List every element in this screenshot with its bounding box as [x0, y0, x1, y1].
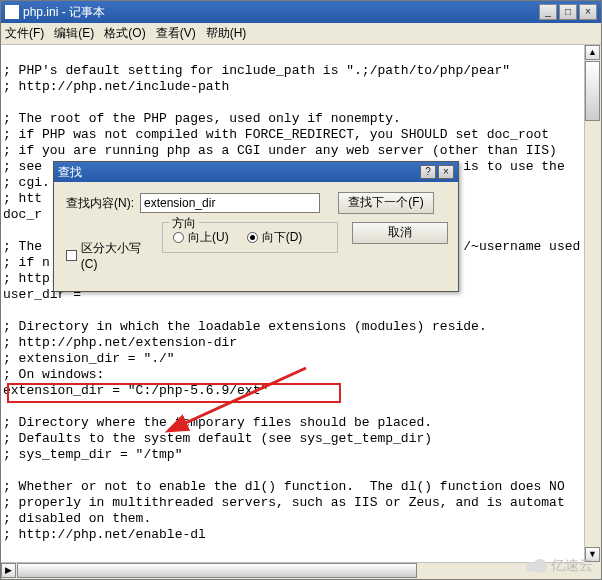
horizontal-scroll-thumb[interactable] [17, 563, 417, 578]
menu-file[interactable]: 文件(F) [5, 25, 44, 42]
checkbox-icon [66, 250, 77, 261]
menu-format[interactable]: 格式(O) [104, 25, 145, 42]
scroll-up-button[interactable]: ▲ [585, 45, 600, 60]
find-label: 查找内容(N): [66, 195, 134, 212]
radio-icon [247, 232, 258, 243]
dialog-close-button[interactable]: × [438, 165, 454, 179]
direction-down-label: 向下(D) [262, 229, 303, 246]
maximize-button[interactable]: □ [559, 4, 577, 20]
direction-down-radio[interactable]: 向下(D) [247, 229, 303, 246]
close-button[interactable]: × [579, 4, 597, 20]
window-title: php.ini - 记事本 [23, 4, 537, 21]
direction-group: 方向 向上(U) 向下(D) [162, 222, 338, 253]
titlebar: php.ini - 记事本 _ □ × [1, 1, 601, 23]
horizontal-scrollbar[interactable]: ◀ ▶ [1, 562, 584, 579]
dialog-help-button[interactable]: ? [420, 165, 436, 179]
find-input[interactable] [140, 193, 320, 213]
watermark: 亿速云 [526, 557, 593, 575]
dialog-body: 查找内容(N): 查找下一个(F) 区分大小写(C) 方向 [54, 182, 458, 291]
dialog-titlebar[interactable]: 查找 ? × [54, 162, 458, 182]
dialog-title: 查找 [58, 164, 82, 181]
match-case-label: 区分大小写(C) [81, 240, 156, 271]
menu-help[interactable]: 帮助(H) [206, 25, 247, 42]
find-next-button[interactable]: 查找下一个(F) [338, 192, 434, 214]
content-area: ; PHP's default setting for include_path… [1, 45, 601, 579]
direction-legend: 方向 [169, 215, 199, 232]
minimize-button[interactable]: _ [539, 4, 557, 20]
menu-edit[interactable]: 编辑(E) [54, 25, 94, 42]
find-dialog: 查找 ? × 查找内容(N): 查找下一个(F) 区分大小写(C) [53, 161, 459, 292]
radio-icon [173, 232, 184, 243]
watermark-text: 亿速云 [551, 557, 593, 575]
menu-view[interactable]: 查看(V) [156, 25, 196, 42]
app-icon [5, 5, 19, 19]
vertical-scroll-thumb[interactable] [585, 61, 600, 121]
cloud-icon [526, 559, 548, 573]
scroll-right-button[interactable]: ▶ [1, 563, 16, 578]
vertical-scrollbar[interactable]: ▲ ▼ [584, 45, 601, 562]
match-case-checkbox[interactable]: 区分大小写(C) [66, 240, 156, 271]
text-editor[interactable]: ; PHP's default setting for include_path… [1, 45, 584, 562]
menubar: 文件(F) 编辑(E) 格式(O) 查看(V) 帮助(H) [1, 23, 601, 45]
notepad-window: php.ini - 记事本 _ □ × 文件(F) 编辑(E) 格式(O) 查看… [0, 0, 602, 580]
cancel-button[interactable]: 取消 [352, 222, 448, 244]
